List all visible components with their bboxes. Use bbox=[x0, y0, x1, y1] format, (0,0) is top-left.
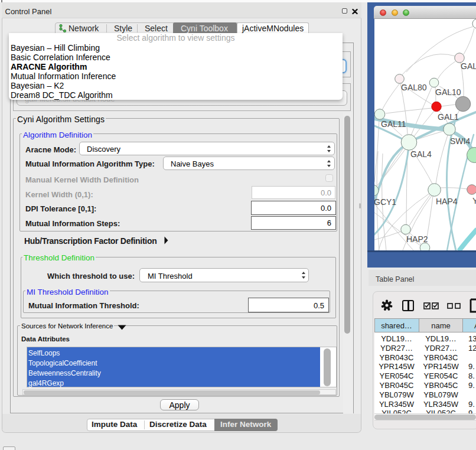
svg-text:GAL1: GAL1 bbox=[438, 112, 459, 122]
svg-text:GAL80: GAL80 bbox=[401, 83, 427, 92]
svg-text:GAL11: GAL11 bbox=[381, 119, 406, 129]
svg-text:SWI4: SWI4 bbox=[450, 136, 470, 146]
svg-text:Y: Y bbox=[472, 196, 476, 206]
svg-text:GAL2: GAL2 bbox=[461, 61, 476, 71]
svg-text:GAL4: GAL4 bbox=[410, 149, 432, 159]
svg-text:GCY1: GCY1 bbox=[374, 197, 396, 207]
svg-text:HAP2: HAP2 bbox=[406, 234, 428, 244]
svg-text:GAL10: GAL10 bbox=[435, 87, 461, 97]
svg-text:HAP4: HAP4 bbox=[436, 197, 458, 206]
